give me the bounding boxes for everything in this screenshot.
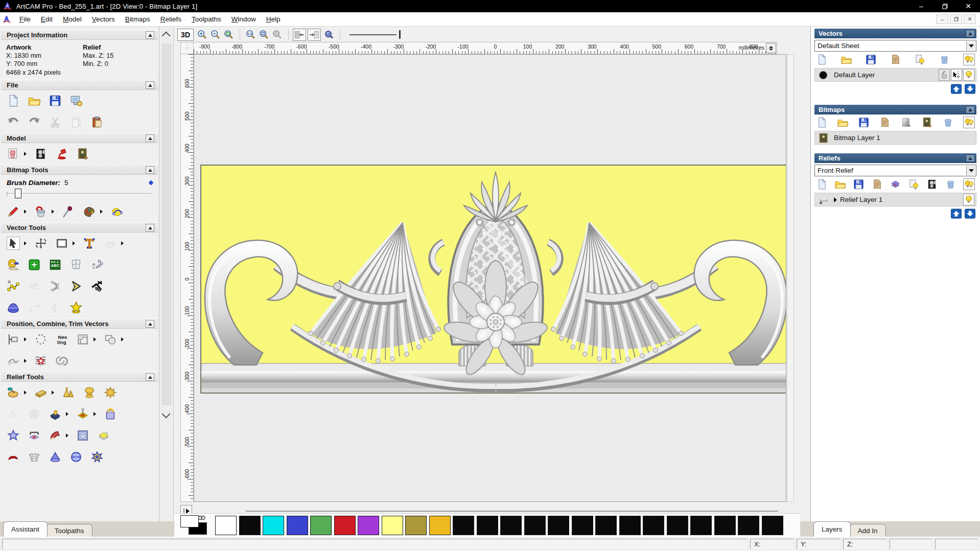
lock-layer-icon[interactable] (939, 69, 950, 81)
create-star-icon[interactable] (69, 301, 83, 314)
join-vectors-icon[interactable] (7, 354, 20, 368)
cut-icon[interactable] (49, 116, 62, 129)
menu-toolpaths[interactable]: Toolpaths (186, 13, 226, 25)
flyout-arrow-icon[interactable] (24, 337, 27, 341)
minimize-button[interactable]: – (909, 0, 933, 12)
palette-swatch[interactable] (643, 516, 664, 535)
smooth-relief-icon[interactable] (34, 386, 48, 399)
nesting-icon[interactable]: Nesting (55, 333, 68, 346)
load-bitmap-icon[interactable] (76, 147, 89, 160)
create-arrow-icon[interactable] (69, 280, 83, 293)
palette-swatch[interactable] (453, 516, 474, 535)
fit-arcs-icon[interactable] (49, 280, 62, 293)
paste-icon[interactable] (90, 116, 104, 129)
layer-visible-icon[interactable] (963, 69, 974, 81)
menu-window[interactable]: Window (226, 13, 261, 25)
palette-swatch[interactable] (738, 516, 759, 535)
smart-engraving-icon[interactable] (7, 450, 20, 464)
palette-swatch[interactable] (524, 516, 546, 535)
palette-swatch[interactable] (762, 516, 783, 535)
mdi-close-button[interactable]: ✕ (964, 14, 976, 24)
align-vectors-icon[interactable] (7, 333, 20, 346)
zoom-fit-icon[interactable] (258, 29, 271, 41)
flyout-arrow-icon[interactable] (24, 391, 27, 395)
palette-swatch[interactable] (334, 516, 356, 535)
palette-swatch[interactable] (263, 516, 284, 535)
tab-layers[interactable]: Layers (813, 521, 851, 537)
palette-swatch[interactable] (429, 516, 451, 535)
save-bitmap-layer-icon[interactable] (858, 117, 870, 128)
free-sketch-icon[interactable] (28, 280, 41, 293)
mdi-minimize-button[interactable]: – (936, 14, 948, 24)
constrain-relief-icon[interactable] (28, 429, 41, 442)
create-rectangle-icon[interactable] (55, 237, 68, 250)
relief-layer-row[interactable]: Relief Layer 1 (814, 193, 976, 206)
palette-swatch[interactable] (477, 516, 498, 535)
canvas-horizontal-scrollbar[interactable] (246, 511, 778, 512)
star-wizard-icon[interactable] (7, 429, 20, 442)
text-on-curve-icon[interactable] (34, 333, 48, 346)
combine-relief-icon[interactable] (890, 178, 901, 190)
flyout-arrow-icon[interactable] (24, 241, 27, 245)
light-material-icon[interactable] (55, 147, 68, 160)
menu-model[interactable]: Model (58, 13, 87, 25)
new-model-icon[interactable] (7, 94, 20, 107)
menu-help[interactable]: Help (261, 13, 286, 25)
flyout-arrow-icon[interactable] (73, 241, 75, 245)
transform-vectors-icon[interactable] (34, 237, 48, 250)
collapse-file-button[interactable] (146, 81, 154, 89)
delete-bitmap-layer-icon[interactable] (942, 117, 954, 128)
menu-bitmaps[interactable]: Bitmaps (120, 13, 155, 25)
delete-relief-layer-icon[interactable] (945, 178, 956, 190)
slider-handle[interactable] (15, 189, 21, 198)
mdi-restore-button[interactable] (950, 14, 962, 24)
flyout-arrow-icon[interactable] (52, 210, 54, 214)
flyout-arrow-icon[interactable] (24, 152, 27, 156)
canvas-vertical-scrollbar[interactable] (787, 54, 794, 502)
layer-colour-swatch[interactable] (818, 70, 829, 80)
delete-vector-layer-icon[interactable] (939, 54, 950, 65)
set-model-size-icon[interactable] (7, 147, 20, 160)
move-layer-down-button[interactable] (964, 84, 976, 94)
menu-vectors[interactable]: Vectors (87, 13, 120, 25)
bitmap-to-vector-icon[interactable] (110, 205, 124, 218)
preview-relief-icon[interactable] (322, 29, 336, 41)
save-model-icon[interactable] (49, 94, 62, 107)
weave-wizard-icon[interactable] (28, 407, 41, 421)
create-text-icon[interactable] (83, 237, 96, 250)
turn-wizard-icon[interactable] (49, 429, 62, 442)
collapse-bitmap-tools-button[interactable] (146, 166, 154, 174)
ruler-units-button[interactable] (766, 43, 776, 53)
open-model-icon[interactable] (28, 94, 41, 107)
collapse-bitmaps-button[interactable] (966, 106, 975, 113)
palette-swatch[interactable] (239, 516, 261, 535)
two-rail-sweep-icon[interactable] (90, 450, 104, 464)
flyout-arrow-icon[interactable] (94, 412, 96, 416)
open-vector-layer-icon[interactable] (841, 54, 852, 65)
zoom-out-icon[interactable] (209, 29, 222, 41)
relief-select[interactable]: Front Relief (814, 165, 976, 176)
bitmap-preview-icon[interactable] (921, 117, 933, 128)
greyscale-view-icon[interactable] (34, 147, 48, 160)
sweep-profile-icon[interactable]: S (7, 407, 20, 421)
copy-icon[interactable] (69, 116, 83, 129)
toggle-layer-visibility-icon[interactable] (914, 54, 926, 65)
flyout-arrow-icon[interactable] (24, 359, 27, 363)
zoom-1to1-icon[interactable]: 1:1 (244, 29, 258, 41)
palette-swatch[interactable] (619, 516, 641, 535)
brush-diameter-slider[interactable] (7, 189, 152, 199)
paste-along-curve-icon[interactable] (90, 258, 104, 271)
palette-swatch[interactable] (287, 516, 308, 535)
merge-bitmap-layers-icon[interactable] (879, 117, 891, 128)
emboss-wizard-icon[interactable] (49, 407, 62, 421)
collapse-position-button[interactable] (146, 320, 154, 328)
merge-relief-layers-icon[interactable] (871, 178, 883, 190)
pick-colour-icon[interactable] (62, 205, 75, 218)
sculpting-icon[interactable] (7, 386, 20, 399)
palette-swatch[interactable] (667, 516, 688, 535)
unwrap-relief-icon[interactable] (104, 407, 117, 421)
palette-swatch[interactable] (595, 516, 617, 535)
expand-relief-layer-icon[interactable] (834, 197, 837, 202)
merge-vector-layers-icon[interactable] (890, 54, 901, 65)
snap-grid-toggle-icon[interactable] (293, 29, 306, 41)
